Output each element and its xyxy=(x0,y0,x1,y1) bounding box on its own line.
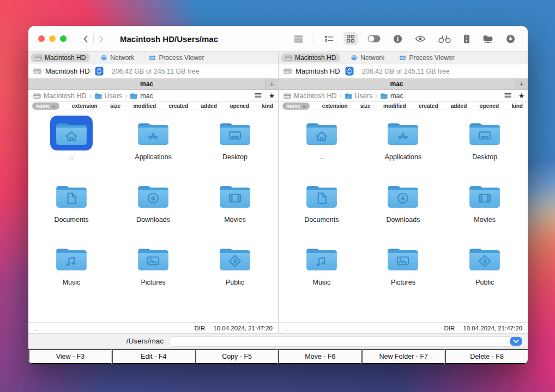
column-header[interactable]: created ▲ xyxy=(419,103,438,109)
minimize-button[interactable] xyxy=(49,35,56,42)
add-tab-button[interactable]: + xyxy=(265,79,278,89)
volume-tab[interactable]: Network xyxy=(347,53,388,62)
breadcrumb-item[interactable]: › Macintosh HD xyxy=(33,92,87,100)
volume-tab[interactable]: Macintosh HD xyxy=(281,53,340,62)
file-item-label: Pictures xyxy=(391,279,415,286)
file-item[interactable]: Music xyxy=(31,241,112,304)
add-tab-button[interactable]: + xyxy=(515,79,528,89)
column-header[interactable]: extension ▲ xyxy=(72,103,98,109)
breadcrumb-item[interactable]: › mac xyxy=(125,92,153,100)
file-item[interactable]: Desktop xyxy=(444,116,526,178)
network-share-icon[interactable] xyxy=(480,32,496,45)
favorite-star-icon[interactable]: ★ xyxy=(265,92,278,100)
path-dropdown-button[interactable] xyxy=(510,337,522,346)
column-header[interactable]: opened ▲ xyxy=(480,103,499,109)
folder-icon xyxy=(385,119,420,147)
file-item[interactable]: Applications xyxy=(363,116,444,178)
tab-label: Macintosh HD xyxy=(45,54,86,62)
column-header[interactable]: extension ▲ xyxy=(322,103,348,109)
file-item-label: .. xyxy=(70,153,74,161)
favorite-star-icon[interactable]: ★ xyxy=(515,92,528,100)
breadcrumb-folder-icon xyxy=(130,93,137,99)
file-item[interactable]: Desktop xyxy=(194,116,276,178)
file-item[interactable]: .. xyxy=(281,116,363,178)
folder-tab[interactable]: mac xyxy=(279,79,515,89)
function-key-button[interactable]: Edit - F4 xyxy=(112,349,195,364)
file-item[interactable]: Applications xyxy=(112,116,194,178)
file-item[interactable]: Movies xyxy=(194,178,276,241)
volume-tab[interactable]: Macintosh HD xyxy=(31,53,89,62)
volume-row: Macintosh HD 206,42 GB of 245,11 GB free xyxy=(279,64,528,79)
sort-ascending-icon: ▲ xyxy=(302,104,305,108)
column-header[interactable]: modified ▲ xyxy=(383,103,406,109)
grid-view-icon[interactable] xyxy=(343,32,358,45)
status-bar: .. DIR 10.04.2024, 21:47:20 xyxy=(279,322,528,333)
column-header[interactable]: added ▲ xyxy=(201,103,217,109)
file-item[interactable]: Movies xyxy=(444,178,526,241)
folder-icon xyxy=(304,182,339,209)
volume-stepper[interactable] xyxy=(95,67,104,76)
function-key-button[interactable]: New Folder - F7 xyxy=(361,349,445,364)
file-item[interactable]: Pictures xyxy=(363,241,444,304)
column-header[interactable]: name ▲ xyxy=(32,102,59,110)
column-header[interactable]: kind ▲ xyxy=(262,103,273,109)
column-header[interactable]: size ▲ xyxy=(360,103,371,109)
column-header[interactable]: kind ▲ xyxy=(511,103,523,109)
folder-icon xyxy=(467,182,502,209)
function-key-button[interactable]: Copy - F5 xyxy=(195,349,279,364)
file-item[interactable]: Documents xyxy=(281,178,363,241)
volume-tab[interactable]: Process Viewer xyxy=(395,53,458,62)
view-options-icon[interactable] xyxy=(251,93,265,99)
binoculars-icon[interactable] xyxy=(436,32,454,45)
column-header[interactable]: size ▲ xyxy=(110,103,120,109)
column-header-row: name ▲ extension ▲ size ▲ modified ▲ cre… xyxy=(279,102,528,110)
folder-tab[interactable]: mac xyxy=(28,79,265,89)
info-icon[interactable] xyxy=(390,32,405,46)
volume-tab[interactable]: Network xyxy=(96,53,138,62)
function-key-button[interactable]: View - F3 xyxy=(28,349,112,364)
close-button[interactable] xyxy=(38,35,45,42)
pane-left: Macintosh HD Network Process Viewer Maci… xyxy=(28,52,278,333)
back-button[interactable] xyxy=(83,35,88,43)
breadcrumb-item[interactable]: › Users xyxy=(340,92,373,100)
file-item[interactable]: Documents xyxy=(31,178,112,241)
function-key-button[interactable]: Delete - F8 xyxy=(445,349,528,364)
volume-name: Macintosh HD xyxy=(45,67,90,75)
file-item[interactable]: Public xyxy=(194,241,276,304)
column-header[interactable]: added ▲ xyxy=(451,103,467,109)
archive-icon[interactable] xyxy=(461,32,473,46)
column-header[interactable]: created ▲ xyxy=(169,103,189,109)
view-options-icon[interactable] xyxy=(501,93,515,99)
zoom-button[interactable] xyxy=(60,35,67,42)
forward-button[interactable] xyxy=(99,35,104,43)
list-view-icon[interactable] xyxy=(322,33,336,45)
file-item[interactable]: Downloads xyxy=(363,178,444,241)
path-input[interactable] xyxy=(169,336,522,347)
file-item[interactable]: Public xyxy=(444,241,526,304)
breadcrumb: › Macintosh HD › Users › mac xyxy=(279,90,501,101)
title-bar: Macintosh HD/Users/mac xyxy=(28,26,528,51)
column-header[interactable]: modified ▲ xyxy=(133,103,156,109)
breadcrumb-item[interactable]: › mac xyxy=(375,92,403,100)
tab-label: Process Viewer xyxy=(409,54,454,62)
file-item[interactable]: Downloads xyxy=(112,178,194,241)
download-icon[interactable] xyxy=(503,32,518,46)
volume-stepper[interactable] xyxy=(345,67,354,76)
toggle-icon[interactable] xyxy=(365,33,383,45)
tab-icon xyxy=(100,55,107,61)
menu-icon[interactable] xyxy=(291,33,306,45)
volume-tab[interactable]: Process Viewer xyxy=(145,53,208,62)
file-item[interactable]: .. xyxy=(31,116,112,178)
column-header[interactable]: opened ▲ xyxy=(230,103,249,109)
eye-icon[interactable] xyxy=(412,33,429,45)
tab-label: Macintosh HD xyxy=(295,54,336,62)
breadcrumb-item[interactable]: › Users xyxy=(89,92,123,100)
breadcrumb-item[interactable]: › Macintosh HD xyxy=(283,92,337,100)
function-key-button[interactable]: Move - F6 xyxy=(278,349,361,364)
folder-tab-strip: mac + xyxy=(28,79,278,90)
file-item[interactable]: Music xyxy=(281,241,363,304)
drive-icon xyxy=(283,68,292,75)
status-kind: DIR xyxy=(194,325,205,331)
column-header[interactable]: name ▲ xyxy=(282,102,310,110)
file-item[interactable]: Pictures xyxy=(112,241,194,304)
